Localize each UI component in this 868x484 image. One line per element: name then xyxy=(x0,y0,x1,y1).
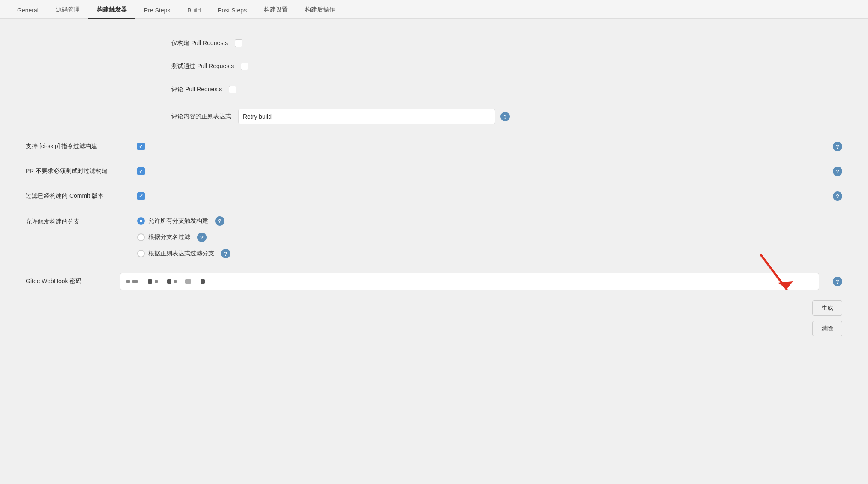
ci-skip-checkbox[interactable] xyxy=(137,143,145,150)
ci-skip-label: 支持 [ci-skip] 指令过滤构建 xyxy=(26,143,137,150)
pwd-char-1 xyxy=(126,280,130,283)
tab-general[interactable]: General xyxy=(9,3,47,19)
radio-all-icon xyxy=(137,217,145,225)
form-section: 仅构建 Pull Requests 测试通过 Pull Requests 评论 … xyxy=(26,32,842,336)
pr-test-label: 测试通过 Pull Requests xyxy=(171,63,234,70)
row-pr-comment: 评论 Pull Requests xyxy=(26,78,842,101)
row-pr-build: 仅构建 Pull Requests xyxy=(26,32,842,55)
pwd-char-2 xyxy=(132,280,138,283)
pr-comment-label: 评论 Pull Requests xyxy=(171,86,222,93)
commit-filter-checkbox[interactable] xyxy=(137,192,145,200)
tab-build[interactable]: Build xyxy=(179,3,209,19)
pr-comment-checkbox[interactable] xyxy=(229,86,236,93)
commit-filter-help-icon[interactable]: ? xyxy=(833,191,842,201)
row-branch: 允许触发构建的分支 允许所有分支触发构建 ? 根据分支名过滤 ? xyxy=(26,209,842,266)
main-content: 仅构建 Pull Requests 测试通过 Pull Requests 评论 … xyxy=(0,19,868,484)
tab-postbuild[interactable]: 构建后操作 xyxy=(296,2,344,19)
clear-button[interactable]: 清除 xyxy=(812,321,842,336)
radio-name-icon xyxy=(137,233,145,241)
radio-all-label: 允许所有分支触发构建 xyxy=(148,217,208,225)
retry-build-input[interactable] xyxy=(238,109,495,124)
row-ci-skip: 支持 [ci-skip] 指令过滤构建 ? xyxy=(26,134,842,159)
radio-regex-help-icon[interactable]: ? xyxy=(221,249,230,258)
webhook-help-icon[interactable]: ? xyxy=(833,277,842,286)
row-pr-test: 测试通过 Pull Requests xyxy=(26,55,842,78)
radio-regex-filter[interactable]: 根据正则表达式过滤分支 ? xyxy=(137,249,230,258)
tab-presteps[interactable]: Pre Steps xyxy=(135,3,179,19)
radio-name-label: 根据分支名过滤 xyxy=(148,233,190,241)
webhook-input-field[interactable] xyxy=(120,273,819,290)
pwd-char-3 xyxy=(148,279,152,284)
action-buttons-area: 生成 清除 xyxy=(26,300,842,336)
radio-all-help-icon[interactable]: ? xyxy=(215,216,224,226)
radio-name-filter[interactable]: 根据分支名过滤 ? xyxy=(137,233,230,242)
radio-name-help-icon[interactable]: ? xyxy=(197,233,207,242)
pr-filter-checkbox[interactable] xyxy=(137,167,145,175)
webhook-section: Gitee WebHook 密码 xyxy=(26,266,842,336)
tab-bar: General 源码管理 构建触发器 Pre Steps Build Post … xyxy=(0,0,868,19)
webhook-label: Gitee WebHook 密码 xyxy=(26,278,120,285)
pwd-char-8 xyxy=(201,279,205,284)
page-container: General 源码管理 构建触发器 Pre Steps Build Post … xyxy=(0,0,868,484)
pwd-char-7 xyxy=(185,279,191,284)
pr-build-label: 仅构建 Pull Requests xyxy=(171,39,228,47)
comment-regex-help-icon[interactable]: ? xyxy=(500,112,510,121)
row-commit-filter: 过滤已经构建的 Commit 版本 ? xyxy=(26,184,842,209)
tab-source[interactable]: 源码管理 xyxy=(47,2,88,19)
pr-filter-label: PR 不要求必须测试时过滤构建 xyxy=(26,167,137,175)
radio-group: 允许所有分支触发构建 ? 根据分支名过滤 ? 根据正则表达式过滤分支 ? xyxy=(137,216,230,258)
radio-regex-label: 根据正则表达式过滤分支 xyxy=(148,250,214,257)
generate-button[interactable]: 生成 xyxy=(812,300,842,316)
branch-label: 允许触发构建的分支 xyxy=(26,216,137,226)
row-pr-filter: PR 不要求必须测试时过滤构建 ? xyxy=(26,159,842,184)
webhook-row: Gitee WebHook 密码 xyxy=(26,266,842,297)
comment-regex-label: 评论内容的正则表达式 xyxy=(171,113,231,120)
tab-poststeps[interactable]: Post Steps xyxy=(209,3,255,19)
pr-build-checkbox[interactable] xyxy=(235,39,242,47)
divider-1 xyxy=(26,133,842,133)
pwd-char-6 xyxy=(174,280,177,283)
commit-filter-label: 过滤已经构建的 Commit 版本 xyxy=(26,192,137,200)
tab-settings[interactable]: 构建设置 xyxy=(255,2,296,19)
pr-filter-help-icon[interactable]: ? xyxy=(833,167,842,176)
radio-regex-icon xyxy=(137,250,145,257)
ci-skip-help-icon[interactable]: ? xyxy=(833,142,842,151)
radio-all-branches[interactable]: 允许所有分支触发构建 ? xyxy=(137,216,230,226)
pr-test-checkbox[interactable] xyxy=(241,63,248,70)
row-comment-regex: 评论内容的正则表达式 ? xyxy=(26,101,842,132)
pwd-char-4 xyxy=(155,280,158,283)
pwd-char-5 xyxy=(167,279,171,284)
tab-trigger[interactable]: 构建触发器 xyxy=(88,2,135,19)
